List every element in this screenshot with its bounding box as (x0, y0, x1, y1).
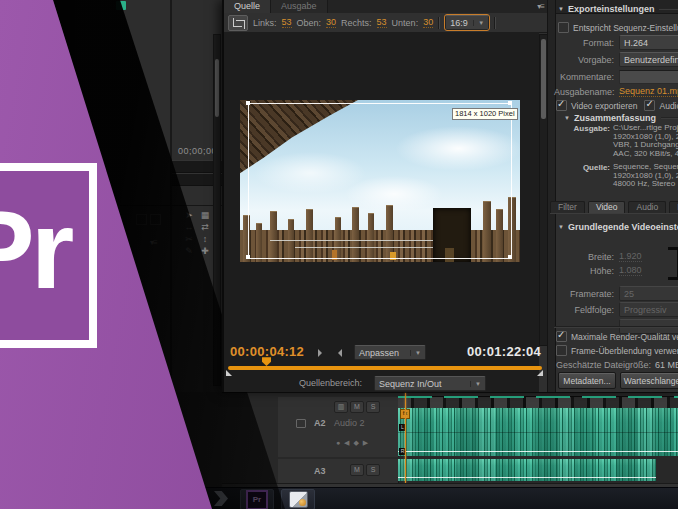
taskbar-photo-viewer-button[interactable] (281, 489, 315, 509)
premiere-logo-text: Pr (0, 171, 89, 329)
crop-button[interactable] (228, 15, 248, 31)
clip-markers (398, 396, 678, 398)
fit-dropdown[interactable]: Anpassen ▼ (354, 345, 426, 360)
comments-input[interactable] (619, 70, 678, 84)
queue-button[interactable]: Warteschlange (620, 372, 678, 389)
tab-quelle[interactable]: Quelle (224, 0, 271, 13)
collapse-triangle-icon: ▼ (558, 6, 564, 12)
chevron-down-icon: ▼ (473, 20, 484, 26)
scrubber-left-handle[interactable] (226, 370, 232, 376)
in-point-icon[interactable] (318, 349, 326, 357)
metadata-button[interactable]: Metadaten... (558, 372, 616, 389)
field-order-value: Progressiv (624, 305, 667, 315)
comments-row: Kommentare: (554, 70, 678, 83)
crop-rectangle[interactable] (248, 103, 512, 259)
preset-label: Vorgabe: (554, 55, 614, 65)
crop-handle[interactable] (508, 101, 512, 105)
tab-filter[interactable]: Filter (550, 201, 585, 213)
output-name-label: Ausgabename: (554, 87, 614, 97)
tab-multiplexer[interactable]: Multiplexer (669, 201, 678, 213)
tab-ausgabe[interactable]: Ausgabe (271, 0, 328, 13)
duration-timecode: 00:01:22:04 (467, 344, 541, 359)
current-timecode[interactable]: 00:00:04:12 (230, 344, 304, 359)
framerate-value: 25 (624, 289, 634, 299)
crop-handle[interactable] (246, 101, 250, 105)
export-settings-title: Exporteinstellungen (568, 4, 655, 14)
crop-right-label: Rechts: (341, 18, 372, 28)
frame-blend-checkbox[interactable] (556, 345, 567, 356)
tab-video[interactable]: Video (588, 201, 626, 213)
track-meter-icon: ▥ (334, 401, 348, 413)
width-value: 1.920 (619, 251, 642, 262)
out-point-icon[interactable] (334, 349, 342, 357)
preset-value: Benutzerdefiniert (624, 55, 678, 65)
frame-blend-label: Frame-Überblendung verwenden (571, 346, 678, 356)
comments-label: Kommentare: (554, 72, 614, 82)
export-settings-header[interactable]: ▼ Exporteinstellungen (558, 4, 678, 14)
queue-button-label: Warteschlange (624, 376, 678, 386)
preview-scrubber[interactable] (228, 366, 542, 370)
audio-clip-a3 (398, 459, 656, 481)
height-row: Höhe: 1.080 (554, 264, 678, 277)
timeline-playhead (405, 393, 406, 483)
crop-left-label: Links: (253, 18, 277, 28)
channel-divider (398, 432, 678, 433)
crop-handle[interactable] (246, 255, 250, 259)
collapse-triangle-icon: ▼ (564, 115, 570, 121)
export-audio-label: Audio exportieren (659, 101, 678, 111)
track-name: Audio 2 (334, 418, 365, 428)
crop-aspect-dropdown[interactable]: 16:9 ▼ (445, 15, 489, 30)
crop-handle[interactable] (508, 255, 512, 259)
preset-dropdown[interactable]: Benutzerdefiniert (619, 52, 678, 67)
scrollbar-thumb[interactable] (541, 39, 546, 119)
crop-top-label: Oben: (297, 18, 322, 28)
format-dropdown[interactable]: H.264 (619, 35, 678, 50)
crop-right-value[interactable]: 53 (377, 17, 387, 28)
crop-aspect-value: 16:9 (450, 18, 468, 28)
summary-line: AAC, 320 KBit/s, 48 kHz, (613, 150, 678, 159)
file-size-row: Geschätzte Dateigröße: 61 MB (556, 358, 678, 371)
match-sequence-label: Entspricht Sequenz-Einstellungen (573, 23, 678, 33)
chevron-down-icon: ▼ (470, 381, 481, 387)
output-name-row: Ausgabename: Sequenz 01.mp4 (554, 85, 678, 98)
crop-left-value[interactable]: 53 (282, 17, 292, 28)
track-label: A3 (314, 466, 326, 476)
max-render-label: Maximale Render-Qualität verwenden (571, 332, 678, 342)
basic-video-settings-title: Grundlegende Videoeinstellungen (568, 222, 678, 232)
track-header-a2: A2 Audio 2 ▥ M S ● ◀ ◆ ▶ (278, 397, 399, 457)
match-sequence-checkbox[interactable] (558, 22, 569, 33)
panel-menu-icon[interactable]: ▾≡ (537, 2, 544, 11)
scrollbar-thumb (215, 59, 219, 117)
tab-audio[interactable]: Audio (628, 201, 666, 213)
fit-value: Anpassen (359, 348, 399, 358)
summary-line: 48000 Hz, Stereo (613, 180, 678, 189)
lock-icon (296, 419, 306, 428)
summary-header[interactable]: ▼ Zusammenfassung (564, 113, 678, 123)
max-render-checkbox[interactable] (556, 331, 567, 342)
output-name-link[interactable]: Sequenz 01.mp4 (619, 86, 678, 97)
basic-video-settings-header[interactable]: ▼ Grundlegende Videoeinstellungen (558, 222, 678, 232)
width-label: Breite: (554, 252, 614, 262)
mute-button: M (350, 464, 364, 476)
mute-button: M (350, 401, 364, 413)
format-label: Format: (554, 38, 614, 48)
frame-blend-row: Frame-Überblendung verwenden (556, 344, 678, 357)
crop-toolbar: Links: 53 Oben: 30 Rechts: 53 Unten: 30 … (224, 13, 551, 33)
summary-source-label: Quelle: (560, 163, 610, 189)
export-video-checkbox[interactable] (556, 100, 567, 111)
summary-output-label: Ausgabe: (560, 124, 610, 158)
height-label: Höhe: (554, 266, 614, 276)
metadata-button-label: Metadaten... (563, 376, 610, 386)
screen: 00;00;00 ➤▦ ↔⇄ ✂↕ ✎✚ ▾≡ A2 Audio 2 ▥ M S… (0, 0, 678, 509)
export-audio-checkbox[interactable] (644, 100, 655, 111)
photo-viewer-icon (289, 491, 308, 508)
track-header-a3: A3 M S (278, 459, 399, 483)
source-range-dropdown[interactable]: Sequenz In/Out ▼ (374, 376, 486, 391)
max-render-row: Maximale Render-Qualität verwenden (556, 330, 678, 343)
crop-top-value[interactable]: 30 (326, 17, 336, 28)
crop-bottom-value[interactable]: 30 (423, 17, 433, 28)
background-timecode: 00;00;00 (178, 146, 217, 156)
format-value: H.264 (624, 38, 648, 48)
scrubber-right-handle[interactable] (537, 370, 543, 376)
volume-rubber-band (398, 451, 678, 452)
